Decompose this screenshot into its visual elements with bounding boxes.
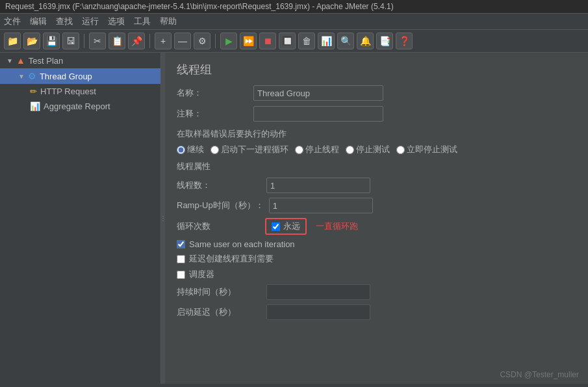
error-radio-group: 继续 启动下一进程循环 停止线程 停止测试 立即停止测试 — [177, 144, 576, 155]
thread-count-label: 线程数： — [177, 180, 261, 191]
thread-count-input[interactable] — [266, 178, 370, 193]
expand-icon-testplan: ▼ — [6, 57, 13, 64]
loop-annotation: 一直循环跑 — [316, 220, 358, 232]
thread-props-section: 线程属性 线程数： Ramp-Up时间（秒）： 循环次数 永远 一直循环跑 — [177, 161, 576, 320]
sidebar-label-httprequest: HTTP Request — [40, 87, 96, 96]
name-input[interactable] — [253, 85, 383, 101]
expand-icon-threadgroup: ▼ — [18, 73, 25, 80]
scheduler-checkbox[interactable] — [177, 271, 185, 279]
radio-stop-thread[interactable]: 停止线程 — [295, 144, 339, 155]
toolbar-remote[interactable]: 🔔 — [357, 33, 374, 49]
toolbar-start-no-pause[interactable]: ⏩ — [240, 33, 257, 49]
content-area: 线程组 名称： 注释： 在取样器错误后要执行的动作 继续 启动下一进程循环 — [165, 53, 588, 384]
toolbar-paste[interactable]: 📌 — [128, 33, 145, 49]
duration-row: 持续时间（秒） — [177, 284, 576, 300]
loop-count-label: 循环次数 — [177, 220, 261, 232]
rampup-input[interactable] — [269, 198, 373, 213]
error-action-section: 在取样器错误后要执行的动作 继续 启动下一进程循环 停止线程 停止测试 — [177, 128, 576, 155]
scheduler-label: 调度器 — [189, 269, 214, 280]
menu-run[interactable]: 运行 — [82, 16, 99, 27]
radio-start-next-input[interactable] — [211, 146, 219, 154]
sidebar-label-aggregatereport: Aggregate Report — [44, 101, 110, 111]
toolbar-stop[interactable]: ⏹ — [259, 33, 276, 49]
menu-help[interactable]: 帮助 — [160, 16, 177, 27]
toolbar-save[interactable]: 💾 — [43, 33, 60, 49]
radio-continue-label: 继续 — [187, 144, 204, 155]
duration-label: 持续时间（秒） — [177, 286, 261, 298]
radio-stop-test[interactable]: 停止测试 — [346, 144, 390, 155]
same-user-checkbox[interactable] — [177, 240, 185, 248]
toolbar-sep-2 — [149, 34, 150, 48]
menu-tools[interactable]: 工具 — [134, 16, 151, 27]
toolbar-sep-3 — [215, 34, 216, 48]
loop-count-row: 循环次数 永远 一直循环跑 — [177, 218, 576, 235]
toolbar-help[interactable]: ❓ — [396, 33, 413, 49]
toolbar-search[interactable]: 🔍 — [337, 33, 354, 49]
title-bar: Request_1639.jmx (F:\anzhuang\apache-jme… — [0, 0, 588, 14]
toolbar-remove[interactable]: — — [174, 33, 191, 49]
radio-start-next[interactable]: 启动下一进程循环 — [211, 144, 288, 155]
toolbar-add[interactable]: + — [155, 33, 172, 49]
sidebar-item-aggregatereport[interactable]: 📊 Aggregate Report — [0, 99, 160, 114]
forever-label: 永远 — [283, 220, 300, 232]
toolbar-clear[interactable]: 🗑 — [298, 33, 315, 49]
toolbar-start[interactable]: ▶ — [220, 33, 237, 49]
radio-continue-input[interactable] — [177, 146, 185, 154]
section-title: 线程组 — [177, 62, 576, 77]
toolbar-templates[interactable]: 📑 — [376, 33, 393, 49]
radio-start-next-label: 启动下一进程循环 — [221, 144, 288, 155]
same-user-row: Same user on each iteration — [177, 239, 576, 249]
radio-stop-test-now-input[interactable] — [396, 146, 405, 154]
sidebar-item-threadgroup[interactable]: ▼ ⚙ Thread Group — [0, 68, 160, 84]
threadgroup-icon: ⚙ — [28, 71, 36, 81]
thread-props-title: 线程属性 — [177, 161, 576, 174]
menu-find[interactable]: 查找 — [56, 16, 73, 27]
comment-input[interactable] — [253, 106, 383, 122]
menu-file[interactable]: 文件 — [4, 16, 21, 27]
aggregatereport-icon: 📊 — [30, 101, 40, 111]
comment-row: 注释： — [177, 106, 576, 122]
name-label: 名称： — [177, 87, 248, 99]
toolbar-new[interactable]: 📁 — [4, 33, 21, 49]
toolbar-save-as[interactable]: 🖫 — [62, 33, 79, 49]
rampup-row: Ramp-Up时间（秒）： — [177, 198, 576, 213]
toolbar-cut[interactable]: ✂ — [89, 33, 106, 49]
delay-row: 延迟创建线程直到需要 — [177, 253, 576, 265]
sidebar-item-testplan[interactable]: ▼ ▲ Test Plan — [0, 53, 160, 68]
forever-checkbox[interactable] — [272, 222, 280, 231]
toolbar-settings[interactable]: ⚙ — [194, 33, 211, 49]
thread-count-row: 线程数： — [177, 178, 576, 193]
toolbar-open[interactable]: 📂 — [23, 33, 40, 49]
delay-label: 延迟创建线程直到需要 — [189, 253, 274, 265]
toolbar: 📁 📂 💾 🖫 ✂ 📋 📌 + — ⚙ ▶ ⏩ ⏹ 🔲 🗑 📊 🔍 🔔 📑 ❓ — [0, 30, 588, 53]
start-delay-label: 启动延迟（秒） — [177, 306, 261, 318]
watermark: CSDN @Tester_muller — [500, 370, 579, 379]
delay-checkbox[interactable] — [177, 255, 185, 263]
httprequest-icon: ✏ — [30, 87, 37, 96]
sidebar-item-httprequest[interactable]: ✏ HTTP Request — [0, 84, 160, 99]
radio-stop-test-now-label: 立即停止测试 — [407, 144, 457, 155]
radio-stop-test-input[interactable] — [346, 146, 354, 154]
testplan-icon: ▲ — [16, 55, 25, 66]
main-layout: ▼ ▲ Test Plan ▼ ⚙ Thread Group ✏ HTTP Re… — [0, 53, 588, 384]
sidebar-label-threadgroup: Thread Group — [40, 72, 92, 81]
same-user-label: Same user on each iteration — [189, 239, 295, 249]
radio-stop-thread-input[interactable] — [295, 146, 303, 154]
menu-edit[interactable]: 编辑 — [30, 16, 47, 27]
duration-input[interactable] — [266, 284, 370, 300]
forever-highlight-box: 永远 — [265, 218, 307, 235]
radio-stop-test-label: 停止测试 — [356, 144, 390, 155]
start-delay-row: 启动延迟（秒） — [177, 304, 576, 320]
radio-continue[interactable]: 继续 — [177, 144, 204, 155]
sidebar-label-testplan: Test Plan — [29, 56, 63, 66]
toolbar-clear-all[interactable]: 📊 — [318, 33, 335, 49]
toolbar-sep-1 — [84, 34, 84, 48]
menu-bar: 文件 编辑 查找 运行 选项 工具 帮助 — [0, 14, 588, 30]
sidebar: ▼ ▲ Test Plan ▼ ⚙ Thread Group ✏ HTTP Re… — [0, 53, 161, 384]
start-delay-input[interactable] — [266, 304, 370, 320]
comment-label: 注释： — [177, 108, 248, 120]
toolbar-shutdown[interactable]: 🔲 — [279, 33, 296, 49]
menu-options[interactable]: 选项 — [108, 16, 125, 27]
toolbar-copy[interactable]: 📋 — [109, 33, 125, 49]
radio-stop-test-now[interactable]: 立即停止测试 — [396, 144, 457, 155]
